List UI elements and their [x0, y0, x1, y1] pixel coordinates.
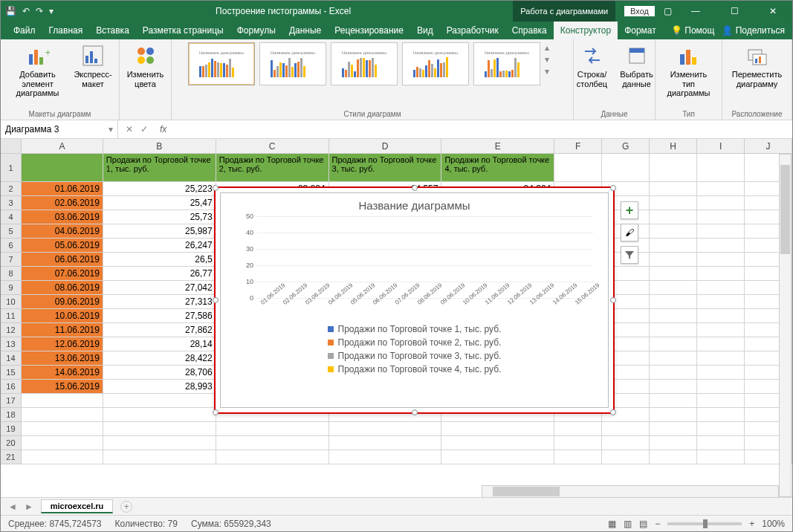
horizontal-scrollbar[interactable]	[482, 485, 779, 498]
cell[interactable]	[650, 436, 697, 450]
cell[interactable]	[22, 450, 103, 464]
row-header[interactable]: 8	[1, 267, 22, 281]
cell[interactable]: 02.06.2019	[22, 196, 103, 210]
cell[interactable]	[650, 351, 697, 366]
zoom-level[interactable]: 100%	[762, 519, 785, 529]
cell[interactable]: 10.06.2019	[22, 309, 103, 323]
tab-справка[interactable]: Справка	[505, 22, 554, 39]
row-header[interactable]: 6	[1, 239, 22, 253]
cell[interactable]	[650, 196, 697, 210]
row-header[interactable]: 7	[1, 253, 22, 267]
cell[interactable]: 09.06.2019	[22, 295, 103, 309]
cell[interactable]	[697, 154, 745, 182]
cell[interactable]: 25,987	[103, 224, 216, 239]
row-header[interactable]: 3	[1, 196, 22, 210]
cell[interactable]	[22, 394, 103, 408]
cell[interactable]: 28,993	[103, 380, 216, 394]
tab-формат[interactable]: Формат	[618, 22, 663, 39]
cell[interactable]	[602, 422, 650, 436]
zoom-out-icon[interactable]: −	[655, 519, 660, 529]
cell[interactable]	[22, 422, 103, 436]
chart-elements-button[interactable]: +	[621, 201, 638, 219]
cell[interactable]: 14.06.2019	[22, 366, 103, 380]
qa-dropdown-icon[interactable]: ▾	[49, 6, 54, 16]
select-all-corner[interactable]	[1, 139, 22, 153]
enter-formula-icon[interactable]: ✓	[140, 124, 148, 134]
cell[interactable]	[697, 196, 745, 210]
cell[interactable]	[650, 408, 697, 422]
cell[interactable]	[216, 436, 329, 450]
row-header[interactable]: 1	[1, 154, 22, 182]
cell[interactable]: 28,706	[103, 366, 216, 380]
tab-главная[interactable]: Главная	[42, 22, 90, 39]
cell[interactable]	[650, 309, 697, 323]
cell[interactable]: 26,5	[103, 253, 216, 267]
row-header[interactable]: 20	[1, 436, 22, 450]
chart-style-thumb[interactable]: Название диаграммы	[259, 42, 326, 85]
change-colors-button[interactable]: Изменить цвета	[124, 42, 167, 90]
cell[interactable]	[697, 182, 745, 196]
row-header[interactable]: 10	[1, 295, 22, 309]
cell[interactable]: 25,73	[103, 210, 216, 224]
cell[interactable]	[329, 436, 442, 450]
cell[interactable]	[650, 337, 697, 351]
cell[interactable]	[650, 380, 697, 394]
cell[interactable]	[650, 422, 697, 436]
cell[interactable]	[697, 224, 745, 239]
cell[interactable]	[697, 337, 745, 351]
quick-layout-button[interactable]: Экспресс- макет	[73, 42, 113, 90]
tab-вид[interactable]: Вид	[410, 22, 440, 39]
share-button[interactable]: 👤 Поделиться	[722, 25, 785, 36]
select-data-button[interactable]: Выбрать данные	[617, 42, 657, 90]
cell[interactable]	[554, 450, 602, 464]
cell[interactable]: 26,77	[103, 267, 216, 281]
cell[interactable]: 11.06.2019	[22, 323, 103, 337]
view-page-layout-icon[interactable]: ▥	[624, 519, 632, 529]
embedded-chart[interactable]: Название диаграммы 01020304050 01.06.201…	[214, 186, 615, 414]
cell[interactable]	[103, 450, 216, 464]
cell[interactable]	[650, 253, 697, 267]
new-sheet-button[interactable]: +	[120, 501, 132, 513]
cell[interactable]	[650, 182, 697, 196]
fx-icon[interactable]: fx	[155, 124, 171, 134]
chart-styles-gallery[interactable]: Название диаграммыНазвание диаграммыНазв…	[188, 42, 557, 108]
column-header[interactable]: D	[329, 139, 442, 153]
cell[interactable]: 04.06.2019	[22, 224, 103, 239]
tab-файл[interactable]: Файл	[7, 22, 42, 39]
row-header[interactable]: 14	[1, 351, 22, 366]
tab-конструктор[interactable]: Конструктор	[554, 22, 618, 39]
cell[interactable]	[650, 323, 697, 337]
cell[interactable]	[329, 422, 442, 436]
cell[interactable]	[103, 408, 216, 422]
cell[interactable]: 12.06.2019	[22, 337, 103, 351]
cell[interactable]: Продажи по Торговой точке 1, тыс. руб.	[103, 154, 216, 182]
cell[interactable]	[602, 436, 650, 450]
view-page-break-icon[interactable]: ▤	[639, 519, 647, 529]
row-header[interactable]: 18	[1, 408, 22, 422]
chart-style-thumb[interactable]: Название диаграммы	[473, 42, 540, 85]
cell[interactable]: 03.06.2019	[22, 210, 103, 224]
cell[interactable]	[650, 366, 697, 380]
chart-style-thumb[interactable]: Название диаграммы	[331, 42, 398, 85]
ribbon-options-icon[interactable]: ▢	[664, 6, 672, 16]
cell[interactable]	[441, 436, 554, 450]
chart-legend[interactable]: Продажи по Торговой точке 1, тыс. руб.Пр…	[250, 322, 578, 376]
cell[interactable]	[441, 422, 554, 436]
column-header[interactable]: I	[697, 139, 745, 153]
row-header[interactable]: 13	[1, 337, 22, 351]
cell[interactable]	[697, 239, 745, 253]
cell[interactable]	[216, 422, 329, 436]
cell[interactable]	[697, 295, 745, 309]
save-icon[interactable]: 💾	[5, 6, 16, 16]
tab-разметка страницы[interactable]: Разметка страницы	[136, 22, 230, 39]
row-header[interactable]: 15	[1, 366, 22, 380]
cancel-formula-icon[interactable]: ✕	[126, 124, 133, 134]
minimize-icon[interactable]: —	[681, 6, 711, 16]
cell[interactable]	[697, 450, 745, 464]
cell[interactable]: 27,586	[103, 309, 216, 323]
cell[interactable]	[22, 436, 103, 450]
tab-данные[interactable]: Данные	[282, 22, 328, 39]
cell[interactable]: 28,422	[103, 351, 216, 366]
column-header[interactable]: E	[441, 139, 554, 153]
chart-title[interactable]: Название диаграммы	[221, 193, 608, 216]
